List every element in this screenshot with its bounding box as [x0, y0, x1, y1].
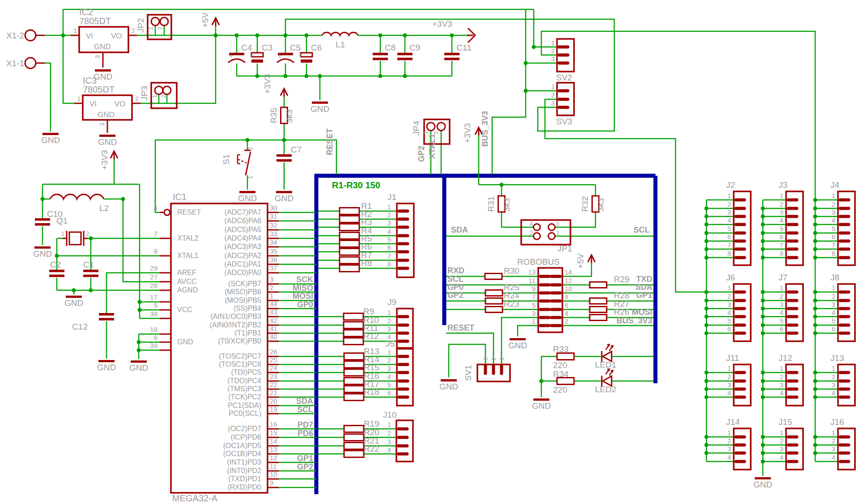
- pin-number: 8: [387, 260, 391, 268]
- text-label: +3V3: [100, 150, 109, 170]
- resistor-R15: [344, 369, 364, 376]
- junction-dot: [761, 290, 765, 294]
- gnd-label: GND: [41, 136, 60, 145]
- resistor-R16: [344, 378, 364, 385]
- gnd-symbol: [98, 360, 115, 362]
- pin-number: 1: [551, 39, 555, 47]
- junction-dot: [705, 331, 709, 335]
- junction-dot: [305, 74, 309, 78]
- gnd-label: GND: [310, 104, 329, 114]
- resistor-R8: [340, 265, 359, 272]
- pin-number: 11: [270, 462, 277, 470]
- junction-dot: [524, 89, 528, 93]
- schematic-page: GNDGNDGNDGNDGNDGNDGNDGNDGNDGNDGNDGNDGNDG…: [0, 0, 859, 504]
- text-label: PD7: [298, 420, 313, 429]
- resistor-R18: [344, 394, 364, 401]
- connector-J15: [786, 428, 803, 470]
- pin-number: 3: [387, 219, 391, 227]
- pin-number: 2: [490, 357, 497, 360]
- text-label: SCL: [634, 225, 650, 234]
- pin-number: 2: [780, 373, 783, 381]
- pin-name: (TOSC2)PC7: [219, 352, 261, 360]
- resistor-R9: [344, 313, 363, 320]
- junction-dot: [813, 256, 817, 260]
- junction-dot: [540, 379, 544, 383]
- pin-name: (TMS)PC3: [227, 385, 261, 393]
- pin-number: 5: [387, 236, 391, 243]
- text-label: 1: [556, 229, 559, 236]
- text-label: 2: [135, 95, 139, 102]
- junction-dot: [705, 223, 709, 227]
- pin-number: 7: [154, 230, 157, 237]
- text-label: C2: [50, 260, 61, 269]
- pin-number: 8: [154, 247, 157, 255]
- pin-number: 31: [270, 212, 277, 220]
- inductor-coil: [322, 33, 358, 35]
- pin-number: 4: [832, 453, 835, 461]
- junction-dot: [524, 61, 528, 65]
- pin-number: 3: [727, 208, 731, 216]
- gnd-label: GND: [33, 249, 52, 258]
- pin-number: 2: [780, 292, 783, 300]
- junction-dot: [761, 315, 765, 319]
- text-label: PD6: [298, 429, 313, 438]
- connector-SV3: [557, 83, 574, 115]
- text-label: MOSI: [632, 308, 652, 317]
- gnd-label: GND: [439, 382, 458, 391]
- pin-number: 43: [270, 308, 277, 316]
- text-label: 2: [530, 229, 533, 236]
- pin-number: 3: [780, 445, 783, 453]
- pin-number: 21: [270, 389, 277, 396]
- pin-number: 25: [270, 356, 277, 364]
- pin-name: AVCC: [177, 278, 196, 285]
- pin-number: 13: [270, 445, 277, 453]
- junction-dot: [705, 395, 709, 399]
- connector-label: SV1: [464, 365, 473, 381]
- junction-dot: [705, 256, 709, 260]
- pin-number: 1: [551, 83, 555, 90]
- pin-number: 44: [270, 300, 277, 308]
- text-label: C5: [290, 43, 301, 52]
- connector-label: J7: [778, 273, 787, 282]
- gnd-label: GND: [238, 194, 257, 203]
- junction-dot: [761, 223, 765, 227]
- resistor-R5: [340, 241, 359, 247]
- junction-dot: [532, 45, 536, 49]
- text-label: C3: [262, 43, 272, 52]
- pin-number: 1: [832, 364, 835, 372]
- pin-number: 3: [482, 357, 489, 360]
- text-label: C7: [291, 145, 302, 154]
- connector-label: ROBOBUS: [517, 257, 560, 267]
- connector-J10: [396, 420, 413, 462]
- connector-J9: [397, 309, 413, 348]
- junction-dot: [761, 387, 765, 391]
- resistor-R6: [340, 249, 359, 255]
- pin-name: (ICP)PD6: [231, 433, 262, 441]
- resistor-name: R24: [504, 291, 519, 300]
- pin-number: 2: [780, 437, 783, 445]
- jp2-ref: JP2: [136, 18, 145, 33]
- pin-name: (ADC3)PA3: [225, 243, 261, 250]
- text-label: GND: [98, 110, 115, 119]
- pin-number: 32: [270, 221, 277, 229]
- pin-number: 19: [270, 405, 277, 413]
- connector-label: J3: [778, 180, 787, 190]
- pin-number: 36: [270, 256, 277, 263]
- junction-dot: [705, 307, 709, 311]
- gnd-symbol: [510, 338, 526, 340]
- pin-number: 4: [832, 389, 835, 397]
- gnd-symbol: [95, 69, 111, 72]
- pin-number: 28: [150, 282, 157, 289]
- pin-name: (AIN1/OC0)PB3: [210, 313, 261, 320]
- jp4-ref: JP4: [412, 121, 421, 136]
- pin-number: 20: [270, 397, 277, 405]
- pin-number: 8: [832, 250, 835, 257]
- pin-name: GND: [177, 338, 193, 346]
- gnd-symbol: [755, 477, 771, 479]
- reset-netlabel: RESET: [325, 128, 334, 155]
- junction-dot: [305, 34, 309, 38]
- junction-dot: [72, 288, 76, 292]
- capacitor: [373, 53, 388, 60]
- resistor-R26: [590, 315, 607, 321]
- gnd-label: GND: [129, 363, 148, 373]
